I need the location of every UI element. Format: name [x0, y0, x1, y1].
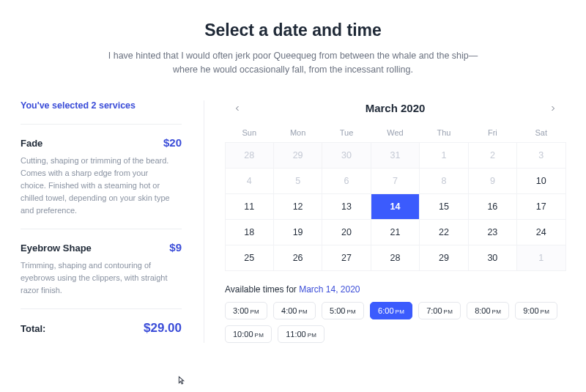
next-month-button[interactable]	[545, 100, 561, 117]
calendar-day: 9	[468, 168, 517, 194]
time-slot[interactable]: 10:00PM	[225, 325, 272, 343]
chevron-left-icon	[233, 104, 242, 113]
time-slot-ampm: PM	[492, 308, 502, 315]
service-item: Eyebrow Shape$9Trimming, shaping and con…	[21, 229, 182, 309]
calendar-day: 28	[225, 142, 274, 169]
month-label: March 2020	[245, 102, 545, 114]
calendar-day: 30	[322, 142, 371, 169]
calendar-day[interactable]: 29	[419, 245, 468, 271]
chevron-right-icon	[549, 104, 557, 113]
page-subtitle: I have hinted that I would often jerk po…	[103, 49, 483, 77]
time-slot-ampm: PM	[444, 308, 453, 315]
calendar-day[interactable]: 26	[273, 245, 322, 271]
calendar-day-selected[interactable]: 14	[371, 193, 420, 220]
calendar-day: 2	[468, 142, 517, 169]
calendar-day: 3	[516, 142, 565, 169]
service-desc: Cutting, shaping or trimming of the bear…	[21, 155, 174, 217]
calendar-day[interactable]: 13	[322, 193, 371, 220]
service-price: $9	[169, 241, 182, 254]
services-summary: You've selected 2 services Fade$20Cuttin…	[21, 100, 204, 343]
time-slot-ampm: PM	[308, 332, 317, 339]
calendar-day: 29	[273, 142, 322, 169]
time-slot-time: 8:00	[475, 306, 490, 315]
calendar-day[interactable]: 21	[371, 219, 420, 245]
time-slot-ampm: PM	[541, 308, 550, 315]
time-slot-time: 10:00	[233, 330, 253, 339]
calendar-day[interactable]: 12	[273, 193, 322, 220]
dow-label: Sat	[517, 121, 565, 143]
time-slot[interactable]: 3:00PM	[225, 302, 267, 319]
calendar-day[interactable]: 16	[468, 193, 517, 220]
service-name: Eyebrow Shape	[21, 243, 92, 254]
time-slot-time: 3:00	[233, 306, 248, 315]
total-price: $29.00	[144, 321, 182, 336]
time-slot-ampm: PM	[346, 308, 356, 315]
dow-label: Mon	[273, 121, 322, 143]
available-times-date: March 14, 2020	[299, 284, 360, 295]
calendar-day[interactable]: 19	[273, 219, 322, 245]
time-slot-time: 11:00	[286, 330, 306, 339]
calendar-day[interactable]: 25	[225, 245, 274, 271]
calendar-day: 1	[419, 142, 468, 169]
cursor-icon	[174, 375, 187, 391]
time-slot[interactable]: 4:00PM	[273, 302, 316, 319]
calendar-day[interactable]: 10	[516, 168, 565, 194]
calendar-day: 4	[225, 168, 274, 194]
service-name: Fade	[21, 138, 42, 149]
summary-heading: You've selected 2 services	[21, 100, 182, 125]
time-slot-time: 7:00	[426, 306, 442, 315]
time-slot[interactable]: 5:00PM	[322, 302, 364, 319]
time-slot-ampm: PM	[396, 308, 405, 315]
dow-label: Tue	[322, 121, 371, 143]
time-slot-time: 5:00	[330, 306, 345, 315]
calendar-day: 8	[419, 168, 468, 194]
time-slot-ampm: PM	[250, 308, 259, 315]
available-times-heading: Available times for March 14, 2020	[225, 284, 565, 295]
time-slot-time: 6:00	[378, 306, 393, 315]
service-item: Fade$20Cutting, shaping or trimming of t…	[21, 125, 182, 229]
time-slot[interactable]: 11:00PM	[278, 325, 324, 343]
calendar-day: 7	[371, 168, 420, 194]
calendar-day[interactable]: 24	[516, 219, 565, 245]
time-slot-time: 9:00	[523, 306, 538, 315]
calendar-day: 5	[273, 168, 322, 194]
calendar-day[interactable]: 17	[516, 193, 565, 220]
dow-label: Thu	[420, 121, 468, 143]
calendar-day[interactable]: 11	[225, 193, 274, 220]
time-slot-ampm: PM	[298, 308, 308, 315]
time-slot[interactable]: 7:00PM	[418, 302, 461, 319]
time-slot-selected[interactable]: 6:00PM	[370, 302, 412, 319]
dow-label: Fri	[468, 121, 516, 143]
calendar-day[interactable]: 30	[468, 245, 517, 271]
dow-label: Wed	[371, 121, 419, 143]
calendar-day: 31	[371, 142, 420, 169]
calendar-day[interactable]: 20	[322, 219, 371, 245]
service-desc: Trimming, shaping and contouring of eyeb…	[21, 259, 174, 297]
time-slot[interactable]: 9:00PM	[515, 302, 557, 319]
page-title: Select a date and time	[0, 21, 586, 40]
time-slot-ampm: PM	[255, 332, 264, 339]
service-price: $20	[163, 136, 182, 149]
calendar-day[interactable]: 18	[225, 219, 274, 245]
available-times-prefix: Available times for	[225, 284, 299, 295]
calendar-day[interactable]: 15	[419, 193, 468, 220]
prev-month-button[interactable]	[229, 100, 245, 117]
time-slot[interactable]: 8:00PM	[467, 302, 509, 319]
calendar-day[interactable]: 27	[322, 245, 371, 271]
calendar-day[interactable]: 28	[371, 245, 420, 271]
total-label: Total:	[21, 323, 45, 334]
date-time-picker: March 2020 SunMonTueWedThuFriSat 2829303…	[204, 100, 565, 343]
calendar-day: 6	[322, 168, 371, 194]
dow-label: Sun	[225, 121, 273, 143]
time-slot-time: 4:00	[281, 306, 297, 315]
calendar-day[interactable]: 22	[419, 219, 468, 245]
calendar-day[interactable]: 23	[468, 219, 517, 245]
calendar-day: 1	[516, 245, 565, 271]
